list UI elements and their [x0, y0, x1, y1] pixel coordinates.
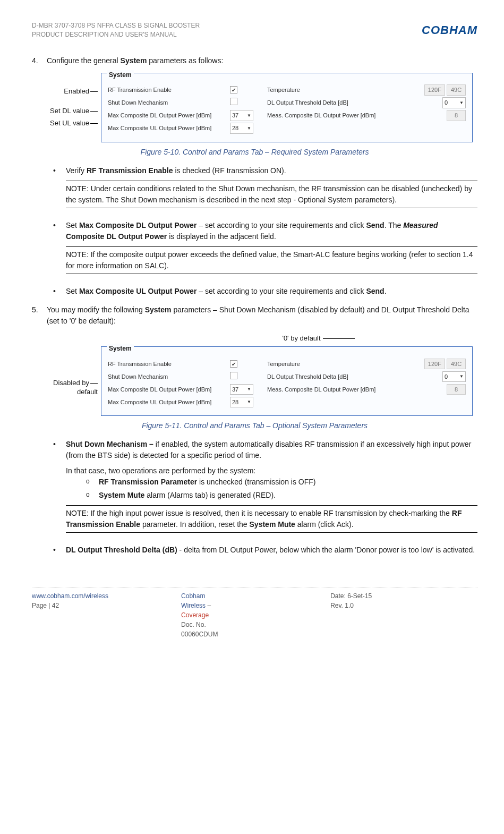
step-number: 4. — [32, 55, 47, 66]
system-fieldset: System RF Transmission Enable✔ Shut Down… — [101, 346, 473, 416]
fieldset-legend: System — [107, 70, 134, 80]
chevron-down-icon: ▼ — [247, 113, 251, 119]
annotation-set-ul: Set UL value — [32, 119, 98, 128]
note-rf-disabled: NOTE: Under certain conditions related t… — [66, 181, 477, 208]
text-bold: Composite DL Output Power — [66, 232, 167, 241]
value-temp-f: 120F — [424, 359, 445, 370]
text-bold: Send — [366, 221, 384, 229]
checkbox-rf-enable[interactable]: ✔ — [230, 86, 237, 93]
select-max-ul[interactable]: 28▼ — [230, 123, 253, 134]
annotation-disabled-default: Disabled by — [32, 379, 98, 388]
annotation-enabled: Enabled — [32, 87, 98, 96]
note-high-input-power: NOTE: If the high input power issue is r… — [66, 505, 477, 533]
bullet-verify-rf: • Verify RF Transmission Enable is check… — [53, 165, 477, 212]
text-bold: RF Transmission Enable — [87, 166, 173, 175]
chevron-down-icon: ▼ — [247, 125, 251, 132]
text-bold: System Mute — [250, 520, 295, 529]
label-max-ul: Max Composite UL Output Power [dBm] — [108, 124, 230, 133]
label-max-dl: Max Composite DL Output Power [dBm] — [108, 385, 230, 394]
bullet-icon: • — [53, 165, 66, 212]
step-body: You may modify the following System para… — [47, 304, 477, 327]
label-shutdown: Shut Down Mechanism — [108, 372, 230, 381]
bullet-shutdown-mech: • Shut Down Mechanism – if enabled, the … — [53, 439, 477, 537]
text: – set according to your site requirement… — [197, 287, 366, 295]
circle-icon: o — [86, 490, 99, 501]
text: – — [206, 602, 211, 609]
footer-right: Date: 6-Set-15 Rev. 1.0 — [330, 591, 477, 639]
text: – set according to your site requirement… — [197, 221, 366, 229]
select-max-dl[interactable]: 37▼ — [230, 110, 253, 121]
footer-doc: Doc. No. 00060CDUM — [181, 620, 229, 639]
select-max-ul[interactable]: 28▼ — [230, 397, 253, 408]
text: parameters as follows: — [147, 56, 223, 65]
footer-page: Page | 42 — [32, 601, 80, 610]
header-line2: PRODUCT DESCRIPTION AND USER'S MANUAL — [32, 30, 200, 39]
note-smart-alc: NOTE: If the composite output power exce… — [66, 246, 477, 274]
checkbox-rf-enable[interactable]: ✔ — [230, 360, 237, 368]
text-bold: System Mute — [99, 491, 144, 499]
figure-caption-2: Figure 5-11. Control and Params Tab – Op… — [32, 420, 477, 431]
text: . The — [385, 221, 404, 229]
footer-url: www.cobham.com/wireless — [32, 591, 80, 601]
text: is unchecked (transmission is OFF) — [197, 478, 315, 486]
text: You may modify the following — [47, 305, 145, 314]
page-header: D-MBR 3707-3708 PS NFPA CLASS B SIGNAL B… — [32, 21, 477, 39]
label-meas-dl: Meas. Composite DL Output Power [dBm] — [267, 111, 384, 120]
footer-rev: Rev. 1.0 — [330, 601, 379, 610]
select-dl-threshold[interactable]: 0▼ — [442, 97, 466, 108]
value-meas-dl: 8 — [447, 384, 466, 395]
text: alarm (Alarms tab) is generated (RED). — [144, 491, 276, 499]
bullet-max-ul: • Set Max Composite UL Output Power – se… — [53, 286, 477, 297]
circle-icon: o — [86, 476, 99, 488]
annotation-left-column: Enabled Set DL value Set UL value — [32, 84, 101, 131]
chevron-down-icon: ▼ — [247, 386, 251, 393]
sub-item-rf-param: o RF Transmission Parameter is unchecked… — [86, 476, 477, 488]
footer-middle: Cobham Wireless – Coverage Doc. No. 0006… — [181, 591, 328, 639]
chevron-down-icon: ▼ — [459, 373, 464, 380]
value-temp-f: 120F — [424, 84, 445, 96]
label-temperature: Temperature — [267, 86, 384, 95]
step-5: 5. You may modify the following System p… — [32, 304, 477, 327]
bullet-icon: • — [53, 544, 66, 556]
text: Cobham Wireless — [181, 592, 206, 609]
text-bold: Max Composite DL Output Power — [79, 221, 197, 229]
page-footer: www.cobham.com/wireless Page | 42 Cobham… — [32, 588, 477, 639]
text: . — [385, 287, 387, 295]
footer-date: Date: 6-Set-15 — [330, 591, 379, 601]
text: In that case, two operations are perform… — [66, 465, 477, 476]
label-temperature: Temperature — [267, 360, 384, 369]
checkbox-shutdown[interactable] — [230, 372, 237, 379]
text-bold: DL Output Threshold Delta (dB) — [66, 546, 177, 554]
text: Verify — [66, 166, 87, 175]
select-dl-threshold[interactable]: 0▼ — [442, 371, 466, 382]
annotation-top-zero-default: '0' by default — [32, 333, 477, 344]
system-panel-figure-2: Disabled by default System RF Transmissi… — [32, 346, 477, 416]
step-body: Configure the general System parameters … — [47, 55, 477, 66]
text: Coverage — [181, 611, 209, 619]
checkbox-shutdown[interactable] — [230, 98, 237, 105]
label-rf-enable: RF Transmission Enable — [108, 86, 230, 95]
header-line1: D-MBR 3707-3708 PS NFPA CLASS B SIGNAL B… — [32, 21, 200, 30]
text: is checked (RF transmission ON). — [173, 166, 286, 175]
select-max-dl[interactable]: 37▼ — [230, 384, 253, 395]
figure-caption-1: Figure 5-10. Control and Params Tab – Re… — [32, 147, 477, 158]
text: alarm (click Ack). — [295, 520, 354, 529]
text-bold: RF Transmission Parameter — [99, 478, 197, 486]
text: Configure the general — [47, 56, 121, 65]
value-temp-c: 49C — [447, 84, 466, 96]
chevron-down-icon: ▼ — [459, 100, 464, 106]
chevron-down-icon: ▼ — [247, 399, 251, 405]
label-rf-enable: RF Transmission Enable — [108, 360, 230, 369]
step-number: 5. — [32, 304, 47, 327]
bullet-icon: • — [53, 439, 66, 537]
text-bold: Send — [366, 287, 384, 295]
text: NOTE: If the high input power issue is r… — [66, 509, 452, 517]
text-bold: System — [121, 56, 147, 65]
sub-list: o RF Transmission Parameter is unchecked… — [66, 476, 477, 501]
bullet-dl-output-threshold: • DL Output Threshold Delta (dB) - delta… — [53, 544, 477, 556]
sub-item-system-mute: o System Mute alarm (Alarms tab) is gene… — [86, 490, 477, 501]
footer-left: www.cobham.com/wireless Page | 42 — [32, 591, 179, 639]
text-bold: Max Composite UL Output Power — [79, 287, 197, 295]
bullet-max-dl: • Set Max Composite DL Output Power – se… — [53, 220, 477, 278]
bullet-icon: • — [53, 220, 66, 278]
